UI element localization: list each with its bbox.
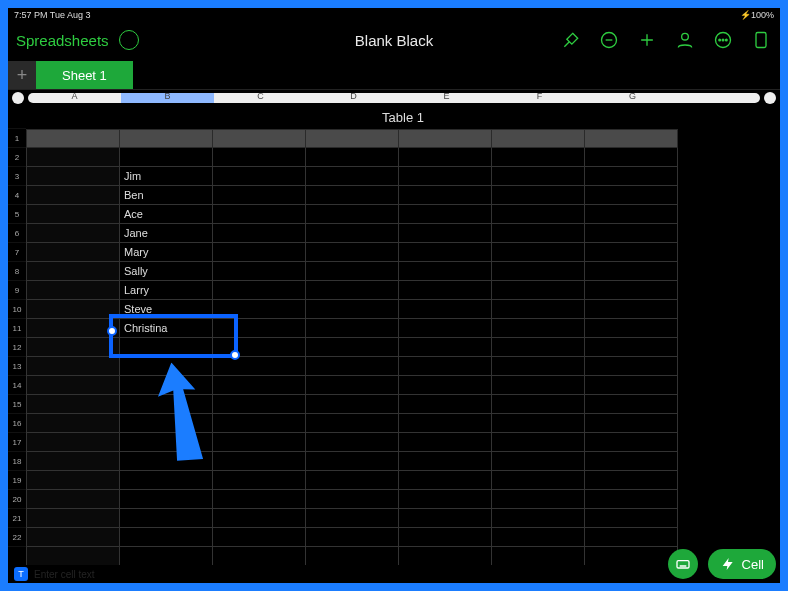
row-header-14[interactable]: 14 bbox=[8, 376, 26, 395]
cell-D2[interactable] bbox=[306, 167, 399, 186]
cell-C1[interactable] bbox=[213, 148, 306, 167]
cell-B19[interactable] bbox=[120, 490, 213, 509]
text-mode-chip-icon[interactable]: T bbox=[14, 567, 28, 581]
cell-F6[interactable] bbox=[492, 243, 585, 262]
cell-B3[interactable]: Ben bbox=[120, 186, 213, 205]
cell-D18[interactable] bbox=[306, 471, 399, 490]
cell-E7[interactable] bbox=[399, 262, 492, 281]
cell-F21[interactable] bbox=[492, 528, 585, 547]
cell-G7[interactable] bbox=[585, 262, 678, 281]
col-head-B[interactable] bbox=[120, 130, 213, 148]
cell-G16[interactable] bbox=[585, 433, 678, 452]
cell-A10[interactable] bbox=[27, 319, 120, 338]
cell-D12[interactable] bbox=[306, 357, 399, 376]
col-head-G[interactable] bbox=[585, 130, 678, 148]
cell-C12[interactable] bbox=[213, 357, 306, 376]
cell-D19[interactable] bbox=[306, 490, 399, 509]
cell-E15[interactable] bbox=[399, 414, 492, 433]
column-header-G[interactable]: G bbox=[586, 93, 679, 101]
cell-A15[interactable] bbox=[27, 414, 120, 433]
cell-C5[interactable] bbox=[213, 224, 306, 243]
cell-D14[interactable] bbox=[306, 395, 399, 414]
cell-G9[interactable] bbox=[585, 300, 678, 319]
cell-B9[interactable]: Steve bbox=[120, 300, 213, 319]
cell-A9[interactable] bbox=[27, 300, 120, 319]
cell-E11[interactable] bbox=[399, 338, 492, 357]
cell-F14[interactable] bbox=[492, 395, 585, 414]
cell-F18[interactable] bbox=[492, 471, 585, 490]
row-header-15[interactable]: 15 bbox=[8, 395, 26, 414]
cell-F4[interactable] bbox=[492, 205, 585, 224]
cell-F12[interactable] bbox=[492, 357, 585, 376]
cell-B21[interactable] bbox=[120, 528, 213, 547]
cell-B17[interactable] bbox=[120, 452, 213, 471]
cell-B7[interactable]: Sally bbox=[120, 262, 213, 281]
cell-C20[interactable] bbox=[213, 509, 306, 528]
cell-D1[interactable] bbox=[306, 148, 399, 167]
cell-B11[interactable] bbox=[120, 338, 213, 357]
cell-G6[interactable] bbox=[585, 243, 678, 262]
cell-C10[interactable] bbox=[213, 319, 306, 338]
cell-D6[interactable] bbox=[306, 243, 399, 262]
cell-C18[interactable] bbox=[213, 471, 306, 490]
row-header-19[interactable]: 19 bbox=[8, 471, 26, 490]
cell-A14[interactable] bbox=[27, 395, 120, 414]
cell-D13[interactable] bbox=[306, 376, 399, 395]
cell-C6[interactable] bbox=[213, 243, 306, 262]
row-header-20[interactable]: 20 bbox=[8, 490, 26, 509]
cell-F2[interactable] bbox=[492, 167, 585, 186]
cell-G8[interactable] bbox=[585, 281, 678, 300]
row-header-1[interactable]: 1 bbox=[8, 129, 26, 148]
cell-G22[interactable] bbox=[585, 547, 678, 566]
cell-G15[interactable] bbox=[585, 414, 678, 433]
formula-bar[interactable]: T Enter cell text bbox=[8, 565, 780, 583]
collaborate-icon[interactable] bbox=[674, 29, 696, 51]
spreadsheet-grid[interactable]: JimBenAceJaneMarySallyLarrySteveChristin… bbox=[26, 129, 678, 566]
cell-D3[interactable] bbox=[306, 186, 399, 205]
cell-G11[interactable] bbox=[585, 338, 678, 357]
cell-C3[interactable] bbox=[213, 186, 306, 205]
col-head-A[interactable] bbox=[27, 130, 120, 148]
column-header-C[interactable]: C bbox=[214, 93, 307, 101]
cell-E14[interactable] bbox=[399, 395, 492, 414]
row-header-2[interactable]: 2 bbox=[8, 148, 26, 167]
cell-C9[interactable] bbox=[213, 300, 306, 319]
table-title[interactable]: Table 1 bbox=[26, 106, 780, 129]
add-sheet-button[interactable]: + bbox=[8, 61, 36, 89]
cell-D22[interactable] bbox=[306, 547, 399, 566]
row-header-12[interactable]: 12 bbox=[8, 338, 26, 357]
cell-C11[interactable] bbox=[213, 338, 306, 357]
row-header-18[interactable]: 18 bbox=[8, 452, 26, 471]
cell-F5[interactable] bbox=[492, 224, 585, 243]
cell-D10[interactable] bbox=[306, 319, 399, 338]
row-header-3[interactable]: 3 bbox=[8, 167, 26, 186]
cell-A21[interactable] bbox=[27, 528, 120, 547]
cell-B2[interactable]: Jim bbox=[120, 167, 213, 186]
col-head-E[interactable] bbox=[399, 130, 492, 148]
cell-G19[interactable] bbox=[585, 490, 678, 509]
cell-E9[interactable] bbox=[399, 300, 492, 319]
cell-E13[interactable] bbox=[399, 376, 492, 395]
document-settings-icon[interactable] bbox=[750, 29, 772, 51]
column-header-D[interactable]: D bbox=[307, 93, 400, 101]
cell-E1[interactable] bbox=[399, 148, 492, 167]
cell-E12[interactable] bbox=[399, 357, 492, 376]
cell-F8[interactable] bbox=[492, 281, 585, 300]
cell-D11[interactable] bbox=[306, 338, 399, 357]
cell-B14[interactable] bbox=[120, 395, 213, 414]
cell-A17[interactable] bbox=[27, 452, 120, 471]
cell-A19[interactable] bbox=[27, 490, 120, 509]
cell-E20[interactable] bbox=[399, 509, 492, 528]
cell-D15[interactable] bbox=[306, 414, 399, 433]
cell-A7[interactable] bbox=[27, 262, 120, 281]
cell-F7[interactable] bbox=[492, 262, 585, 281]
cell-C21[interactable] bbox=[213, 528, 306, 547]
undo-icon[interactable] bbox=[119, 30, 139, 50]
cell-D9[interactable] bbox=[306, 300, 399, 319]
format-brush-icon[interactable] bbox=[560, 29, 582, 51]
cell-B16[interactable] bbox=[120, 433, 213, 452]
more-icon[interactable] bbox=[712, 29, 734, 51]
row-header-16[interactable]: 16 bbox=[8, 414, 26, 433]
keyboard-fab[interactable] bbox=[668, 549, 698, 579]
cell-E21[interactable] bbox=[399, 528, 492, 547]
